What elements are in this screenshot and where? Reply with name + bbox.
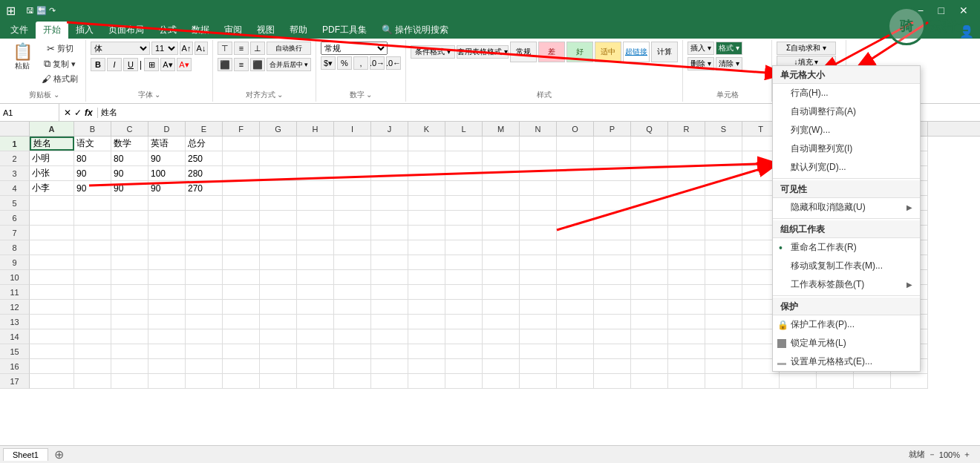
cell-e13[interactable] bbox=[186, 315, 223, 329]
cell-h16[interactable] bbox=[297, 359, 334, 373]
cell-c1[interactable]: 数学 bbox=[111, 137, 148, 151]
cell-k16[interactable] bbox=[408, 359, 445, 373]
cell-d14[interactable] bbox=[148, 329, 186, 344]
cell-p12[interactable] bbox=[594, 300, 631, 314]
cell-f6[interactable] bbox=[223, 211, 260, 225]
cell-m2[interactable] bbox=[483, 151, 520, 165]
cell-s14[interactable] bbox=[705, 329, 742, 344]
cell-n9[interactable] bbox=[520, 255, 557, 269]
cell-m15[interactable] bbox=[483, 344, 520, 358]
cell-b6[interactable] bbox=[74, 211, 111, 225]
tab-file[interactable]: 文件 bbox=[3, 22, 36, 39]
cell-j9[interactable] bbox=[371, 255, 408, 269]
cell-j17[interactable] bbox=[371, 374, 408, 388]
cell-o6[interactable] bbox=[557, 211, 594, 225]
cell-e6[interactable] bbox=[186, 211, 223, 225]
cell-e4[interactable]: 270 bbox=[186, 181, 223, 195]
cell-f4[interactable] bbox=[223, 181, 260, 195]
cell-k17[interactable] bbox=[408, 374, 445, 388]
cell-s13[interactable] bbox=[705, 315, 742, 329]
cell-l11[interactable] bbox=[445, 285, 483, 299]
add-sheet-button[interactable]: ⊕ bbox=[54, 447, 64, 462]
cell-e10[interactable] bbox=[186, 270, 223, 284]
cell-m14[interactable] bbox=[483, 329, 520, 344]
cell-l3[interactable] bbox=[445, 166, 483, 180]
cell-q2[interactable] bbox=[631, 151, 668, 165]
zoom-in-button[interactable]: ＋ bbox=[963, 449, 971, 460]
cell-g1[interactable] bbox=[260, 137, 297, 151]
cell-k12[interactable] bbox=[408, 300, 445, 314]
cell-o10[interactable] bbox=[557, 270, 594, 284]
cell-l17[interactable] bbox=[445, 374, 483, 388]
cell-l15[interactable] bbox=[445, 344, 483, 358]
cell-i17[interactable] bbox=[334, 374, 371, 388]
cell-f11[interactable] bbox=[223, 285, 260, 299]
cell-s17[interactable] bbox=[705, 374, 742, 388]
cell-s10[interactable] bbox=[705, 270, 742, 284]
cell-l8[interactable] bbox=[445, 240, 483, 255]
cell-j3[interactable] bbox=[371, 166, 408, 180]
cell-h5[interactable] bbox=[297, 196, 334, 210]
cell-q5[interactable] bbox=[631, 196, 668, 210]
cell-b12[interactable] bbox=[74, 300, 111, 314]
cell-e3[interactable]: 280 bbox=[186, 166, 223, 180]
cell-b9[interactable] bbox=[74, 255, 111, 269]
cell-f12[interactable] bbox=[223, 300, 260, 314]
row-header-8[interactable]: 8 bbox=[0, 240, 30, 255]
cell-e11[interactable] bbox=[186, 285, 223, 299]
cell-b2[interactable]: 80 bbox=[74, 151, 111, 165]
align-center-button[interactable]: ≡ bbox=[234, 58, 249, 71]
cell-a4[interactable]: 小李 bbox=[30, 181, 74, 195]
delete-button[interactable]: 删除 ▾ bbox=[687, 57, 714, 70]
cell-d11[interactable] bbox=[148, 285, 186, 299]
cell-r14[interactable] bbox=[668, 329, 705, 344]
cell-e2[interactable]: 250 bbox=[186, 151, 223, 165]
menu-item-autofit-col[interactable]: 自动调整列宽(I) bbox=[773, 139, 920, 158]
cell-q12[interactable] bbox=[631, 300, 668, 314]
cell-d6[interactable] bbox=[148, 211, 186, 225]
cell-t17[interactable] bbox=[742, 374, 780, 388]
cell-k11[interactable] bbox=[408, 285, 445, 299]
cell-g10[interactable] bbox=[260, 270, 297, 284]
cell-o9[interactable] bbox=[557, 255, 594, 269]
format-painter-button[interactable]: 🖌 格式刷 bbox=[39, 72, 81, 86]
cell-l4[interactable] bbox=[445, 181, 483, 195]
style-calc[interactable]: 计算 bbox=[651, 42, 678, 62]
cell-g17[interactable] bbox=[260, 374, 297, 388]
cell-n2[interactable] bbox=[520, 151, 557, 165]
menu-item-tab-color[interactable]: 工作表标签颜色(T) ▶ bbox=[773, 275, 920, 294]
border-button[interactable]: ⊞ bbox=[144, 58, 159, 71]
bold-button[interactable]: B bbox=[91, 58, 105, 71]
cell-o11[interactable] bbox=[557, 285, 594, 299]
cell-p14[interactable] bbox=[594, 329, 631, 344]
percent-button[interactable]: % bbox=[337, 56, 352, 70]
cell-p11[interactable] bbox=[594, 285, 631, 299]
cell-i1[interactable] bbox=[334, 137, 371, 151]
cell-n3[interactable] bbox=[520, 166, 557, 180]
row-header-14[interactable]: 14 bbox=[0, 329, 30, 344]
clear-button[interactable]: 清除 ▾ bbox=[716, 57, 742, 70]
cell-r9[interactable] bbox=[668, 255, 705, 269]
cell-c17[interactable] bbox=[111, 374, 148, 388]
cell-f16[interactable] bbox=[223, 359, 260, 373]
cell-j2[interactable] bbox=[371, 151, 408, 165]
cell-q10[interactable] bbox=[631, 270, 668, 284]
cell-m13[interactable] bbox=[483, 315, 520, 329]
cell-e15[interactable] bbox=[186, 344, 223, 358]
cell-l16[interactable] bbox=[445, 359, 483, 373]
fill-color-button[interactable]: A▾ bbox=[160, 58, 175, 71]
col-header-f[interactable]: F bbox=[223, 122, 260, 136]
cell-c7[interactable] bbox=[111, 226, 148, 240]
tab-review[interactable]: 审阅 bbox=[217, 22, 249, 39]
cell-o1[interactable] bbox=[557, 137, 594, 151]
cell-b10[interactable] bbox=[74, 270, 111, 284]
zoom-out-button[interactable]: － bbox=[928, 449, 936, 460]
table-format-button[interactable]: 套用表格格式 ▾ bbox=[457, 45, 509, 59]
cell-b17[interactable] bbox=[74, 374, 111, 388]
menu-item-protect-sheet[interactable]: 🔒 保护工作表(P)... bbox=[773, 315, 920, 334]
row-header-13[interactable]: 13 bbox=[0, 315, 30, 329]
tab-help[interactable]: 帮助 bbox=[282, 22, 315, 39]
tab-search[interactable]: 🔍 操作说明搜索 bbox=[374, 22, 456, 39]
col-header-j[interactable]: J bbox=[371, 122, 408, 136]
cell-s15[interactable] bbox=[705, 344, 742, 358]
